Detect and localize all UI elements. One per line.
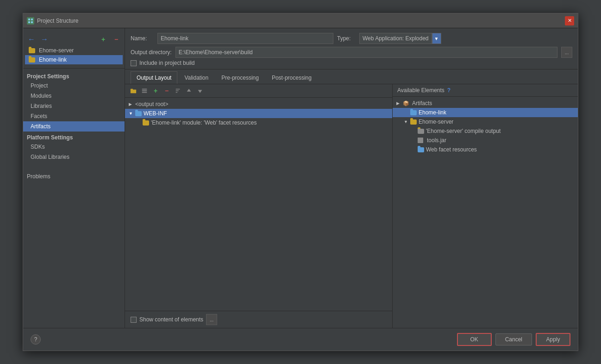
- jar-icon: [418, 138, 423, 143]
- ehome-link-right-label: Ehome-link: [419, 109, 446, 116]
- include-in-build-row: Include in project build: [131, 60, 572, 66]
- sort-btn[interactable]: [173, 86, 182, 95]
- tab-post-processing[interactable]: Post-processing: [266, 71, 318, 84]
- folder-icon-ehome-link-right: [410, 110, 417, 115]
- main-content: Name: Type: Web Application: Exploded ▼ …: [125, 28, 578, 328]
- web-facet-label: Web facet resources: [426, 146, 477, 153]
- folder-icon-ehome-server-right: [410, 119, 417, 125]
- artifact-header: Name: Type: Web Application: Exploded ▼ …: [125, 28, 578, 69]
- show-content-label: Show content of elements: [139, 316, 203, 323]
- svg-rect-0: [28, 19, 30, 20]
- bottom-bar: Show content of elements ...: [125, 311, 392, 328]
- svg-rect-1: [31, 19, 33, 20]
- output-dir-input[interactable]: [175, 47, 557, 58]
- cancel-button[interactable]: Cancel: [495, 333, 532, 345]
- artifacts-group-label: Artifacts: [412, 100, 432, 107]
- sidebar-item-problems[interactable]: Problems: [27, 171, 121, 182]
- nav-forward-button[interactable]: →: [40, 35, 49, 44]
- available-elements-header: Available Elements ?: [393, 84, 578, 97]
- svg-rect-8: [142, 92, 147, 93]
- apply-button[interactable]: Apply: [536, 333, 570, 346]
- sidebar-remove-button[interactable]: −: [112, 35, 121, 44]
- sidebar-tree-ehome-link[interactable]: Ehome-link: [25, 55, 123, 64]
- move-up-btn[interactable]: [184, 86, 194, 95]
- remove-item-btn[interactable]: −: [162, 86, 171, 95]
- svg-rect-5: [131, 89, 133, 90]
- tabs-bar: Output Layout Validation Pre-processing …: [125, 69, 578, 84]
- platform-settings-header: Platform Settings: [23, 132, 125, 142]
- compile-output-label: 'Ehome-server' compile output: [426, 128, 501, 134]
- expand-arrow-ehome-server: ▼: [404, 119, 408, 124]
- tools-jar-label: tools.jar: [427, 137, 446, 144]
- content-area: + −: [125, 84, 578, 328]
- right-tree-tools-jar[interactable]: tools.jar: [393, 136, 578, 145]
- svg-rect-4: [131, 89, 136, 93]
- folder-icon-compile: [418, 129, 424, 134]
- folder-icon-link: [29, 57, 35, 63]
- help-button[interactable]: ?: [31, 334, 41, 345]
- sidebar-add-button[interactable]: +: [99, 35, 108, 44]
- svg-marker-13: [198, 90, 202, 93]
- type-value: Web Application: Exploded: [359, 33, 432, 44]
- artifacts-group-icon: 📦: [403, 100, 409, 107]
- expand-arrow-web-inf: ▼: [129, 111, 133, 116]
- right-panel: Available Elements ? ▶ 📦 Artifacts: [393, 84, 578, 328]
- type-select-container: Web Application: Exploded ▼: [359, 33, 441, 44]
- title-bar: Project Structure ✕: [23, 13, 578, 28]
- tree-item-output-root[interactable]: ▶ <output root>: [125, 100, 392, 109]
- right-tree-web-facet[interactable]: Web facet resources: [393, 145, 578, 154]
- browse-button[interactable]: ...: [561, 47, 572, 58]
- tab-pre-processing[interactable]: Pre-processing: [215, 71, 265, 84]
- web-inf-label: WEB-INF: [144, 110, 167, 117]
- folder-icon-server: [29, 48, 35, 53]
- dialog-footer: ? OK Cancel Apply: [23, 328, 578, 351]
- svg-rect-6: [142, 89, 147, 90]
- folder-icon-web-facet: [418, 147, 424, 152]
- right-tree-ehome-server[interactable]: ▼ Ehome-server: [393, 117, 578, 126]
- right-tree-ehome-link[interactable]: Ehome-link: [393, 108, 578, 117]
- sidebar-item-libraries[interactable]: Libraries: [23, 101, 125, 111]
- right-tree-artifacts[interactable]: ▶ 📦 Artifacts: [393, 99, 578, 108]
- expand-arrow-output-root: ▶: [129, 102, 133, 107]
- project-settings-header: Project Settings: [23, 70, 125, 81]
- svg-rect-3: [31, 21, 33, 23]
- ehome-server-right-label: Ehome-server: [419, 119, 453, 125]
- show-content-checkbox[interactable]: [131, 317, 137, 323]
- output-root-label: <output root>: [135, 101, 168, 107]
- sidebar-tree-label-ehome-server: Ehome-server: [39, 47, 74, 54]
- open-folder-btn[interactable]: [129, 86, 138, 95]
- content-more-btn[interactable]: ...: [206, 314, 217, 325]
- move-down-btn[interactable]: [195, 86, 205, 95]
- svg-marker-12: [187, 89, 191, 92]
- add-item-btn[interactable]: +: [151, 86, 160, 95]
- sidebar-item-global-libraries[interactable]: Global Libraries: [23, 152, 125, 162]
- sidebar-item-modules[interactable]: Modules: [23, 91, 125, 101]
- close-button[interactable]: ✕: [565, 16, 574, 25]
- right-tree-compile-output[interactable]: 'Ehome-server' compile output: [393, 126, 578, 136]
- tree-item-ehome-link-module[interactable]: 'Ehome-link' module: 'Web' facet resourc…: [125, 118, 392, 127]
- sidebar-tree-ehome-server[interactable]: Ehome-server: [25, 46, 123, 55]
- nav-back-button[interactable]: ←: [27, 35, 36, 44]
- tab-output-layout[interactable]: Output Layout: [131, 71, 177, 84]
- ok-button[interactable]: OK: [457, 333, 492, 346]
- svg-rect-7: [142, 90, 147, 91]
- sidebar-item-project[interactable]: Project: [23, 81, 125, 91]
- list-view-btn[interactable]: [140, 86, 149, 95]
- right-tree-area: ▶ 📦 Artifacts Ehome-link: [393, 97, 578, 328]
- include-in-build-checkbox[interactable]: [131, 60, 137, 66]
- tree-item-web-inf[interactable]: ▼ WEB-INF: [125, 109, 392, 118]
- sidebar-item-sdks[interactable]: SDKs: [23, 142, 125, 152]
- folder-icon-module: [143, 120, 149, 126]
- expand-arrow-artifacts: ▶: [396, 101, 401, 106]
- sidebar-item-artifacts[interactable]: Artifacts: [23, 121, 125, 132]
- available-elements-label: Available Elements: [397, 87, 444, 94]
- sidebar: ← → + − Ehome-server Ehome-link: [23, 28, 125, 328]
- output-dir-label: Output directory:: [131, 49, 172, 56]
- tab-validation[interactable]: Validation: [178, 71, 214, 84]
- name-input[interactable]: [157, 33, 333, 44]
- sidebar-item-facets[interactable]: Facets: [23, 111, 125, 121]
- type-dropdown-arrow[interactable]: ▼: [432, 33, 441, 44]
- available-help-icon[interactable]: ?: [447, 87, 451, 94]
- name-label: Name:: [131, 35, 154, 42]
- ehome-link-module-label: 'Ehome-link' module: 'Web' facet resourc…: [151, 119, 257, 126]
